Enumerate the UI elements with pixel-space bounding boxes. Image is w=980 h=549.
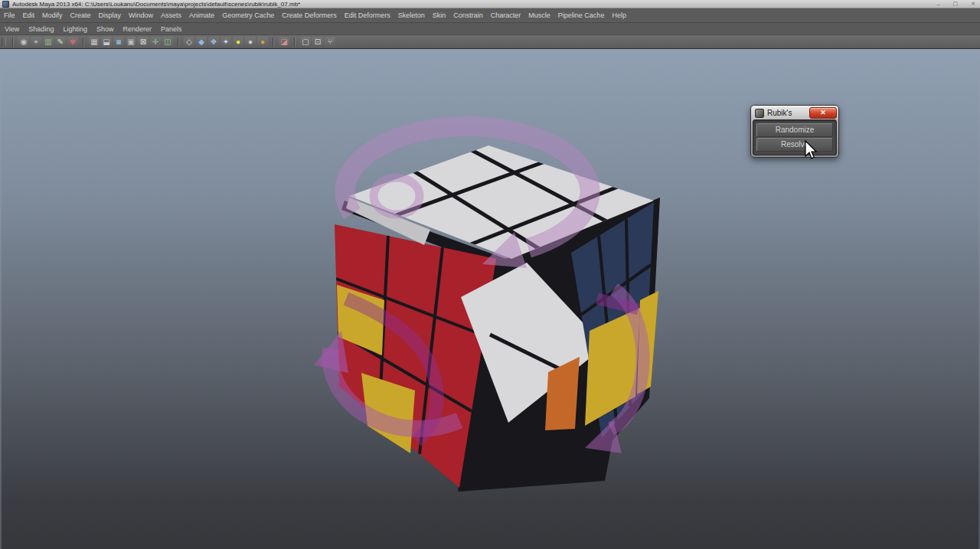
field-chart-icon[interactable]: ⊠	[138, 37, 149, 47]
panel-menu-panels[interactable]: Panels	[156, 25, 187, 33]
camera-bookmark-icon[interactable]: ✾	[67, 37, 78, 47]
toolbar-separator	[178, 38, 179, 47]
rubiks-title-bar[interactable]: Rubik's ✕	[753, 107, 837, 119]
resolve-button[interactable]: Resolve	[756, 138, 833, 152]
panel-menu-bar: ViewShadingLightingShowRendererPanels	[0, 23, 980, 35]
plugin-display-icon[interactable]: ⑂	[325, 37, 335, 47]
menu-edit-deformers[interactable]: Edit Deformers	[341, 11, 394, 19]
toolbar-separator	[273, 38, 274, 47]
menu-assets[interactable]: Assets	[157, 11, 185, 19]
film-gate-icon[interactable]: ⬓	[101, 37, 112, 47]
window-title: Autodesk Maya 2013 x64: C:\Users\Loukanu…	[12, 1, 300, 8]
maximize-button[interactable]: ▢	[953, 1, 959, 7]
panel-menu-shading[interactable]: Shading	[24, 25, 58, 33]
image-plane-icon[interactable]: ▥	[43, 37, 54, 47]
menu-skeleton[interactable]: Skeleton	[394, 11, 429, 19]
textured-icon[interactable]: ❖	[208, 37, 219, 47]
menu-character[interactable]: Character	[487, 11, 525, 19]
rubiks-buttons: RandomizeResolve	[753, 119, 837, 155]
resolution-gate-icon[interactable]: ◙	[113, 37, 124, 47]
safe-action-icon[interactable]: ✛	[150, 37, 161, 47]
safe-title-icon[interactable]: ◫	[162, 37, 173, 47]
toolbar-grip[interactable]	[2, 38, 6, 46]
panel-menu-view[interactable]: View	[0, 25, 24, 33]
menu-display[interactable]: Display	[95, 11, 126, 19]
menu-muscle[interactable]: Muscle	[524, 11, 554, 19]
wireframe-icon[interactable]: ◇	[184, 37, 194, 47]
camera-icon[interactable]: ◉	[18, 37, 29, 47]
ambient-light-icon[interactable]: ●	[257, 37, 268, 47]
close-button[interactable]: ✕	[971, 1, 975, 7]
window-controls: – ▢ ✕	[937, 0, 975, 8]
menu-bar: FileEditModifyCreateDisplayWindowAssetsA…	[0, 8, 980, 23]
toolbar: ◉⌖▥✎✾▦⬓◙▣⊠✛◫◇◆❖✦●●●◪▢⊡⑂	[0, 35, 980, 49]
toolbar-separator	[294, 38, 296, 47]
panel-menu-lighting[interactable]: Lighting	[58, 25, 92, 33]
maya-application-window: { "title_bar": { "app_title": "Autodesk …	[0, 0, 980, 549]
menu-modify[interactable]: Modify	[38, 11, 67, 19]
menu-file[interactable]: File	[0, 11, 19, 19]
rubiks-window-title: Rubik's	[767, 109, 792, 117]
rubiks-window: Rubik's ✕ RandomizeResolve	[750, 105, 839, 158]
menu-help[interactable]: Help	[608, 11, 630, 19]
smooth-shade-icon[interactable]: ◆	[196, 37, 207, 47]
menu-create[interactable]: Create	[67, 11, 95, 19]
panel-menu-show[interactable]: Show	[92, 25, 119, 33]
minimize-button[interactable]: –	[937, 2, 940, 7]
maya-app-icon	[2, 1, 9, 8]
rubiks-window-icon	[755, 109, 764, 118]
grease-pencil-icon[interactable]: ✎	[55, 37, 66, 47]
menu-edit[interactable]: Edit	[19, 11, 39, 19]
menu-pipeline-cache[interactable]: Pipeline Cache	[554, 11, 609, 19]
menu-constrain[interactable]: Constrain	[449, 11, 487, 19]
toolbar-separator	[83, 38, 84, 47]
grid-icon[interactable]: ▦	[89, 37, 100, 47]
menu-geometry-cache[interactable]: Geometry Cache	[218, 11, 278, 19]
use-all-lights-icon[interactable]: ✦	[220, 37, 231, 47]
camera-aim-icon[interactable]: ⌖	[31, 37, 41, 47]
panel-menu-renderer[interactable]: Renderer	[118, 25, 156, 33]
flat-light-icon[interactable]: ●	[245, 37, 256, 47]
menu-animate[interactable]: Animate	[185, 11, 218, 19]
toolbar-groups: ◉⌖▥✎✾▦⬓◙▣⊠✛◫◇◆❖✦●●●◪▢⊡⑂	[18, 37, 336, 47]
default-light-icon[interactable]: ●	[233, 37, 243, 47]
toolbar-separator	[12, 38, 14, 47]
mouse-cursor	[804, 139, 819, 161]
rubiks-close-button[interactable]: ✕	[809, 107, 837, 119]
randomize-button[interactable]: Randomize	[756, 123, 833, 137]
xray-joints-icon[interactable]: ⊡	[312, 37, 323, 47]
xray-icon[interactable]: ▢	[300, 37, 311, 47]
isolate-select-icon[interactable]: ◪	[279, 37, 289, 47]
title-bar: Autodesk Maya 2013 x64: C:\Users\Loukanu…	[0, 0, 980, 8]
gate-mask-icon[interactable]: ▣	[126, 37, 136, 47]
menu-skin[interactable]: Skin	[429, 11, 450, 19]
menu-window[interactable]: Window	[125, 11, 157, 19]
menu-create-deformers[interactable]: Create Deformers	[278, 11, 341, 19]
